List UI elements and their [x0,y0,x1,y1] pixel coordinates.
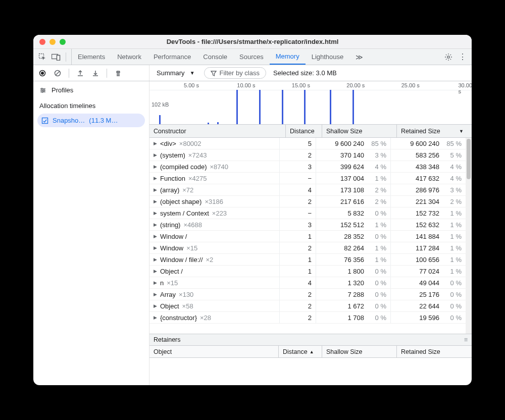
retained-size-cell: 417 6324 % [391,173,466,184]
distance-cell: 4 [280,184,316,195]
vertical-scrollbar[interactable] [466,138,472,334]
expand-icon[interactable]: ▶ [154,222,157,227]
constructor-name: (array) [160,186,179,194]
import-icon[interactable] [91,69,99,77]
record-icon[interactable] [38,69,46,77]
retained-size-cell: 100 6561 % [391,254,466,265]
instance-count: ×28 [200,314,211,322]
device-toolbar-icon[interactable] [52,54,61,61]
constructor-name: Object / [160,268,183,275]
allocation-bar [208,123,209,124]
retained-size-cell: 25 1760 % [391,289,466,300]
retainers-header-distance[interactable]: Distance▲ [279,346,322,357]
retainers-header-shallow[interactable]: Shallow Size [322,346,397,357]
distance-cell: 2 [280,242,316,253]
table-body[interactable]: ▶<div> ×8000259 600 24085 %9 600 24085 %… [149,138,472,334]
memory-main: 5.00 s10.00 s15.00 s20.00 s25.00 s30.00 … [149,81,472,385]
header-constructor[interactable]: Constructor [149,125,286,137]
expand-icon[interactable]: ▶ [154,234,157,239]
tab-memory[interactable]: Memory [270,49,306,65]
minimize-window-button[interactable] [49,39,56,45]
table-row[interactable]: ▶Object ×5821 6720 %22 6440 % [149,300,466,312]
export-icon[interactable] [76,69,84,77]
constructor-name: Window / [160,233,187,240]
expand-icon[interactable]: ▶ [154,211,157,216]
table-row[interactable]: ▶Window / file:// ×2176 3561 %100 6561 % [149,254,466,266]
constructor-table: Constructor Distance Shallow Size Retain… [149,125,472,334]
tab-network[interactable]: Network [111,49,147,65]
table-row[interactable]: ▶Object /11 8000 %77 0241 % [149,266,466,277]
collect-garbage-icon[interactable] [114,69,122,77]
expand-icon[interactable]: ▶ [154,315,157,320]
expand-icon[interactable]: ▶ [154,292,157,297]
kebab-menu-icon[interactable]: ⋮ [459,53,467,61]
clear-icon[interactable] [54,69,62,77]
table-row[interactable]: ▶n ×1541 3200 %49 0440 % [149,277,466,289]
retainers-menu-icon[interactable]: ≡ [464,336,468,343]
shallow-size-cell: 76 3561 % [316,254,391,265]
expand-icon[interactable]: ▶ [154,176,157,181]
shallow-size-cell: 1 6720 % [316,300,391,311]
expand-icon[interactable]: ▶ [154,303,157,308]
snapshot-item[interactable]: Snapsho… (11.3 M… [37,114,145,127]
retainers-body [149,358,472,385]
table-row[interactable]: ▶(string) ×46883152 5121 %152 6321 % [149,219,466,231]
scrollbar-thumb[interactable] [467,139,471,179]
table-row[interactable]: ▶{constructor} ×2821 7080 %19 5960 % [149,312,466,324]
devtools-window: DevTools - file:///Users/stmarthe/x-repl… [33,35,472,385]
sliders-icon [39,87,46,94]
close-window-button[interactable] [39,39,45,45]
profiles-header[interactable]: Profiles [33,83,149,97]
more-tabs-button[interactable]: ≫ [349,49,369,65]
distance-cell: 1 [280,266,316,277]
distance-cell: 1 [280,231,316,242]
table-row[interactable]: ▶(object shape) ×31862217 6162 %221 3042… [149,196,466,207]
expand-icon[interactable]: ▶ [154,152,157,158]
tab-performance[interactable]: Performance [147,49,197,65]
zoom-window-button[interactable] [60,39,66,45]
titlebar: DevTools - file:///Users/stmarthe/x-repl… [33,35,472,49]
table-row[interactable]: ▶(compiled code) ×87403399 6244 %438 348… [149,161,466,173]
retained-size-cell: 152 6321 % [391,219,466,230]
table-row[interactable]: ▶system / Context ×223−5 8320 %152 7321 … [149,207,466,219]
profiles-sidebar: Profiles Allocation timelines Snapsho… (… [33,81,149,385]
table-row[interactable]: ▶Window /128 3520 %141 8841 % [149,231,466,242]
settings-icon[interactable] [444,53,452,61]
retained-size-cell: 438 3484 % [391,161,466,172]
header-retained-size[interactable]: Retained Size ▼ [397,125,472,137]
expand-icon[interactable]: ▶ [154,141,157,146]
header-distance[interactable]: Distance [286,125,322,137]
expand-icon[interactable]: ▶ [154,245,157,250]
tab-sources[interactable]: Sources [233,49,270,65]
tab-console[interactable]: Console [197,49,233,65]
allocation-timeline[interactable]: 5.00 s10.00 s15.00 s20.00 s25.00 s30.00 … [149,81,472,125]
snapshot-size: (11.3 M… [89,117,118,124]
distance-cell: 3 [280,219,316,230]
filter-input[interactable]: Filter by class [204,67,266,79]
table-row[interactable]: ▶<div> ×8000259 600 24085 %9 600 24085 % [149,138,466,149]
expand-icon[interactable]: ▶ [154,257,157,262]
table-row[interactable]: ▶(system) ×72432370 1403 %583 2565 % [149,149,466,161]
table-row[interactable]: ▶(array) ×724173 1082 %286 9763 % [149,184,466,196]
expand-icon[interactable]: ▶ [154,199,157,204]
retainers-header-object[interactable]: Object [149,346,279,357]
table-row[interactable]: ▶Window ×15282 2641 %117 2841 % [149,242,466,254]
tab-lighthouse[interactable]: Lighthouse [306,49,350,65]
table-row[interactable]: ▶Array ×13027 2880 %25 1760 % [149,289,466,300]
retainers-header-retained[interactable]: Retained Size [397,346,472,357]
constructor-name: (object shape) [160,198,201,205]
tab-elements[interactable]: Elements [72,49,111,65]
retainers-header: Object Distance▲ Shallow Size Retained S… [149,346,472,358]
expand-icon[interactable]: ▶ [154,269,157,274]
view-dropdown[interactable]: Summary ▼ [155,69,197,77]
expand-icon[interactable]: ▶ [154,280,157,285]
shallow-size-cell: 217 6162 % [316,196,391,207]
retained-size-cell: 286 9763 % [391,184,466,195]
svg-point-9 [41,88,43,89]
header-shallow-size[interactable]: Shallow Size [322,125,397,137]
profiles-label: Profiles [52,86,73,94]
expand-icon[interactable]: ▶ [154,164,157,169]
table-row[interactable]: ▶Function ×4275−137 0041 %417 6324 % [149,173,466,184]
inspect-element-icon[interactable] [38,53,46,61]
expand-icon[interactable]: ▶ [154,187,157,192]
